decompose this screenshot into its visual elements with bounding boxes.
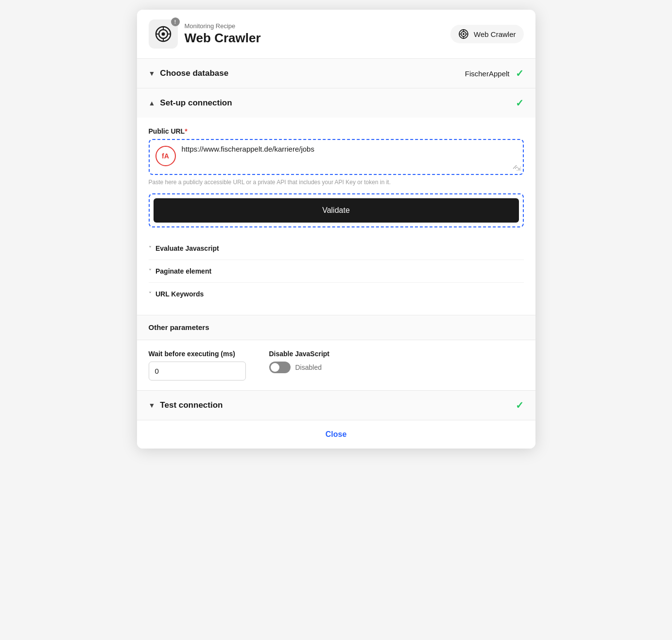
choose-database-section: ▼ Choose database FischerAppelt ✓ <box>137 59 535 88</box>
paginate-label: Paginate element <box>155 267 211 275</box>
modal-container: ! Monitoring Recipe Web Crawler <box>137 10 535 449</box>
url-field-label: Public URL* <box>149 127 524 135</box>
close-button[interactable]: Close <box>326 430 347 439</box>
paginate-element-option[interactable]: ˅ Paginate element <box>149 260 524 283</box>
js-toggle[interactable] <box>269 362 291 373</box>
choose-database-check: ✓ <box>516 68 524 79</box>
svg-point-2 <box>161 33 165 36</box>
header-title: Web Crawler <box>185 31 261 46</box>
test-connection-check: ✓ <box>516 399 524 411</box>
modal-header: ! Monitoring Recipe Web Crawler <box>137 10 535 59</box>
header-right-badge: Web Crawler <box>450 25 523 43</box>
header-title-group: Monitoring Recipe Web Crawler <box>185 22 261 46</box>
other-params-body: Wait before executing (ms) Disable JavaS… <box>137 340 535 390</box>
paginate-chevron: ˅ <box>149 268 152 275</box>
wait-label: Wait before executing (ms) <box>149 350 246 358</box>
url-input-container: fA ⇲ <box>149 139 524 175</box>
setup-connection-chevron: ▲ <box>149 99 155 107</box>
url-hint: Paste here a publicly accessible URL or … <box>149 179 524 186</box>
monitoring-icon <box>155 25 172 43</box>
validate-button[interactable]: Validate <box>154 198 519 223</box>
url-keywords-chevron: ˅ <box>149 291 152 298</box>
modal-footer: Close <box>137 420 535 449</box>
url-input[interactable] <box>182 145 517 169</box>
setup-connection-right: ✓ <box>516 97 524 109</box>
other-params-title: Other parameters <box>149 323 209 331</box>
toggle-status-label: Disabled <box>295 363 322 371</box>
test-connection-section: ▼ Test connection ✓ <box>137 391 535 420</box>
test-connection-right: ✓ <box>516 399 524 411</box>
svg-point-9 <box>463 33 465 35</box>
test-connection-chevron: ▼ <box>149 401 155 409</box>
choose-database-chevron: ▼ <box>149 69 155 77</box>
other-params-header: Other parameters <box>137 315 535 340</box>
required-star: * <box>185 127 187 135</box>
alert-badge: ! <box>171 17 180 26</box>
setup-connection-header[interactable]: ▲ Set-up connection ✓ <box>137 88 535 118</box>
choose-database-title: Choose database <box>160 69 228 78</box>
resize-handle: ⇲ <box>516 165 521 172</box>
webcrawler-icon <box>458 29 469 39</box>
setup-connection-title: Set-up connection <box>160 98 232 108</box>
fa-initials: fA <box>162 152 169 160</box>
toggle-slider <box>269 362 291 373</box>
choose-database-header[interactable]: ▼ Choose database FischerAppelt ✓ <box>137 59 535 88</box>
url-label-text: Public URL <box>149 127 185 135</box>
wait-param-group: Wait before executing (ms) <box>149 350 246 381</box>
evaluate-js-chevron: ˅ <box>149 245 152 252</box>
disable-js-label: Disable JavaScript <box>269 350 330 358</box>
setup-connection-check: ✓ <box>516 97 524 109</box>
choose-database-right: FischerAppelt ✓ <box>465 68 524 79</box>
options-list: ˅ Evaluate Javascript ˅ Paginate element… <box>149 237 524 305</box>
test-connection-header[interactable]: ▼ Test connection ✓ <box>137 391 535 420</box>
setup-connection-body: Public URL* fA ⇲ Paste here a publicly a… <box>137 118 535 315</box>
toggle-row: Disabled <box>269 362 330 373</box>
validate-container: Validate <box>149 193 524 227</box>
test-connection-title: Test connection <box>160 400 223 410</box>
url-keywords-option[interactable]: ˅ URL Keywords <box>149 283 524 305</box>
other-params-section: Other parameters Wait before executing (… <box>137 315 535 391</box>
header-subtitle: Monitoring Recipe <box>185 22 261 30</box>
header-icon-wrapper: ! <box>149 19 178 49</box>
setup-connection-section: ▲ Set-up connection ✓ Public URL* fA ⇲ P… <box>137 88 535 315</box>
url-keywords-label: URL Keywords <box>155 290 204 298</box>
choose-database-header-left: ▼ Choose database <box>149 69 229 78</box>
evaluate-javascript-option[interactable]: ˅ Evaluate Javascript <box>149 237 524 260</box>
evaluate-js-label: Evaluate Javascript <box>155 244 219 252</box>
setup-connection-header-left: ▲ Set-up connection <box>149 98 232 108</box>
test-connection-header-left: ▼ Test connection <box>149 400 223 410</box>
header-left: ! Monitoring Recipe Web Crawler <box>149 19 261 49</box>
disable-js-group: Disable JavaScript Disabled <box>269 350 330 373</box>
wait-input[interactable] <box>149 362 246 381</box>
database-name: FischerAppelt <box>465 69 510 78</box>
fa-badge: fA <box>155 146 176 166</box>
header-right-label: Web Crawler <box>474 30 516 38</box>
